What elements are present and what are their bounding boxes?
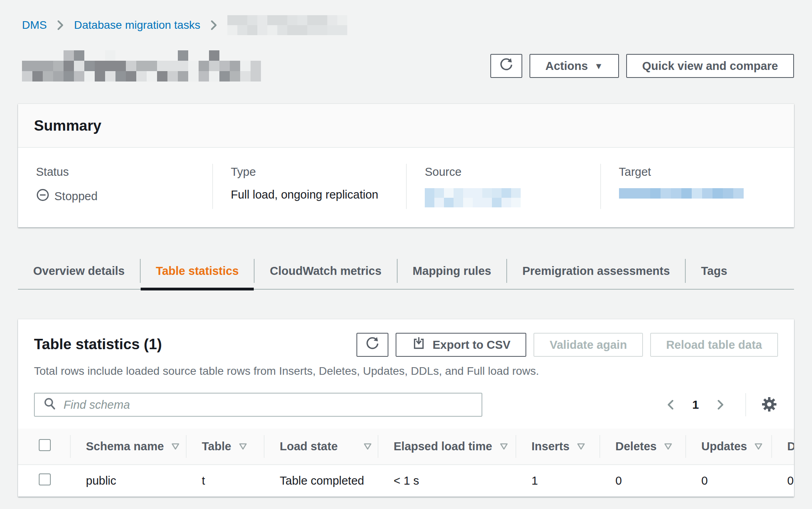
cell-ddls: 0 [771, 465, 794, 497]
cell-elapsed-load-time: < 1 s [378, 465, 515, 497]
task-detail-tabs: Overview details Table statistics CloudW… [18, 253, 794, 290]
summary-title: Summary [34, 117, 778, 134]
tab-table-statistics[interactable]: Table statistics [141, 253, 254, 289]
table-toolbar: 1 [18, 378, 794, 429]
gear-icon [760, 396, 778, 414]
export-button-label: Export to CSV [432, 338, 510, 352]
table-header-row: Schema name Table Load state Elapse [18, 429, 794, 465]
reload-table-data-button[interactable]: Reload table data [650, 333, 778, 357]
sort-icon [171, 443, 180, 451]
actions-button[interactable]: Actions ▼ [529, 54, 619, 78]
dms-task-page: DMS Database migration tasks Actions [0, 0, 812, 497]
page-header: Actions ▼ Quick view and compare [18, 50, 794, 82]
sort-icon [664, 443, 673, 451]
select-all-checkbox[interactable] [39, 439, 51, 451]
current-page[interactable]: 1 [692, 398, 699, 412]
quick-view-button-label: Quick view and compare [642, 60, 778, 73]
column-header-updates[interactable]: Updates [685, 429, 771, 465]
tab-mapping-rules[interactable]: Mapping rules [398, 253, 507, 289]
column-header-table[interactable]: Table [186, 429, 264, 465]
cell-load-state: Table completed [264, 465, 378, 497]
sort-icon [577, 443, 585, 451]
summary-field-source: Source [406, 164, 600, 209]
column-header-inserts[interactable]: Inserts [515, 429, 599, 465]
type-value: Full load, ongoing replication [231, 188, 394, 201]
tab-tags[interactable]: Tags [686, 253, 742, 289]
tab-premigration-assessments[interactable]: Premigration assessments [507, 253, 685, 289]
table-statistics-title: Table statistics (1) [34, 333, 162, 353]
export-to-csv-button[interactable]: Export to CSV [396, 333, 526, 357]
cell-updates: 0 [685, 465, 771, 497]
cell-inserts: 1 [515, 465, 599, 497]
sort-icon [754, 443, 763, 451]
breadcrumb: DMS Database migration tasks [22, 15, 794, 35]
download-icon [412, 336, 426, 354]
refresh-icon [499, 57, 514, 75]
summary-card-header: Summary [18, 104, 794, 148]
pagination: 1 [663, 396, 728, 413]
sort-icon [363, 443, 372, 451]
type-label: Type [231, 165, 394, 179]
next-page-button[interactable] [713, 396, 728, 413]
cell-table: t [186, 465, 264, 497]
column-header-deletes[interactable]: Deletes [599, 429, 685, 465]
table-statistics-description: Total rows include loaded source table r… [18, 357, 794, 378]
stopped-icon [36, 188, 50, 205]
page-title-redacted [22, 50, 261, 82]
summary-body: Status Stopped Type Full load, ongoing r… [18, 148, 794, 227]
cell-deletes: 0 [599, 465, 685, 497]
target-label: Target [619, 165, 782, 179]
column-header-elapsed-load-time[interactable]: Elapsed load time [378, 429, 515, 465]
quick-view-compare-button[interactable]: Quick view and compare [626, 54, 794, 78]
search-icon [43, 397, 57, 413]
caret-down-icon: ▼ [594, 61, 603, 72]
sort-icon [500, 443, 508, 451]
column-header-schema-name[interactable]: Schema name [70, 429, 186, 465]
table-refresh-button[interactable] [356, 333, 388, 357]
row-checkbox[interactable] [39, 473, 51, 485]
column-header-ddls[interactable]: DDLs [771, 429, 794, 465]
validate-again-button[interactable]: Validate again [533, 333, 643, 357]
source-label: Source [425, 165, 588, 179]
summary-card: Summary Status Stopped Type Full load, [18, 104, 794, 227]
column-header-load-state[interactable]: Load state [264, 429, 378, 465]
target-value-redacted[interactable] [619, 188, 744, 199]
statistics-table: Schema name Table Load state Elapse [18, 429, 794, 497]
chevron-right-icon [209, 19, 219, 32]
cell-schema-name: public [70, 465, 186, 497]
breadcrumb-link-dms[interactable]: DMS [22, 19, 47, 32]
reload-button-label: Reload table data [666, 338, 762, 352]
status-label: Status [36, 165, 200, 179]
refresh-button[interactable] [490, 54, 522, 78]
preferences-button[interactable] [760, 396, 778, 414]
breadcrumb-task-name-redacted [227, 15, 347, 35]
chevron-right-icon [56, 19, 65, 32]
tab-cloudwatch-metrics[interactable]: CloudWatch metrics [255, 253, 396, 289]
tab-overview-details[interactable]: Overview details [18, 253, 140, 289]
schema-search [34, 393, 482, 417]
table-statistics-card: Table statistics (1) [18, 319, 794, 497]
table-row[interactable]: public t Table completed < 1 s 1 0 0 0 [18, 465, 794, 497]
summary-field-target: Target [600, 164, 794, 209]
summary-field-type: Type Full load, ongoing replication [212, 164, 406, 209]
previous-page-button[interactable] [663, 396, 678, 413]
breadcrumb-link-tasks[interactable]: Database migration tasks [74, 19, 200, 32]
toolbar-divider [745, 393, 746, 416]
sort-icon [239, 443, 247, 451]
search-input[interactable] [64, 398, 474, 412]
actions-button-label: Actions [545, 60, 588, 73]
summary-field-status: Status Stopped [18, 164, 212, 209]
validate-button-label: Validate again [549, 338, 627, 352]
refresh-icon [365, 336, 380, 354]
source-value-redacted[interactable] [425, 188, 521, 207]
status-value: Stopped [54, 190, 98, 203]
